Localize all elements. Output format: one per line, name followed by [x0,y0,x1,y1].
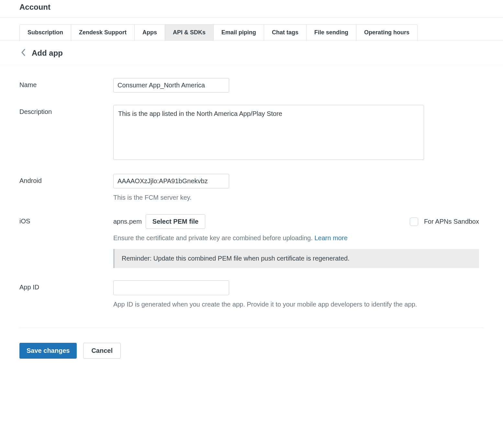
ios-line: apns.pem Select PEM file For APNs Sandbo… [113,214,479,229]
tab-operating-hours[interactable]: Operating hours [356,25,417,40]
label-ios: iOS [19,214,113,225]
back-button[interactable] [19,49,27,57]
tab-apps[interactable]: Apps [135,25,165,40]
add-app-form: Name Description This is the app listed … [0,65,479,328]
row-ios: iOS apns.pem Select PEM file For APNs Sa… [19,214,460,268]
tab-email-piping[interactable]: Email piping [214,25,264,40]
row-app-id: App ID App ID is generated when you crea… [19,280,460,309]
subheader: Add app [0,41,503,65]
description-textarea[interactable]: This is the app listed in the North Amer… [113,105,424,160]
ios-help: Ensure the certificate and private key a… [113,233,476,242]
label-description: Description [19,105,113,116]
app-id-help: App ID is generated when you create the … [113,300,460,309]
apns-sandbox-label: For APNs Sandbox [424,218,479,225]
apns-sandbox-checkbox[interactable] [410,218,418,226]
ios-help-text: Ensure the certificate and private key a… [113,234,314,241]
tabs: Subscription Zendesk Support Apps API & … [19,24,418,40]
tab-subscription[interactable]: Subscription [20,25,71,40]
tab-zendesk-support[interactable]: Zendesk Support [71,25,135,40]
ios-reminder: Reminder: Update this combined PEM file … [113,249,479,268]
cancel-button[interactable]: Cancel [83,343,121,359]
row-name: Name [19,78,460,93]
tab-api-sdks[interactable]: API & SDKs [165,25,214,40]
chevron-left-icon [21,49,26,58]
select-pem-button[interactable]: Select PEM file [146,214,205,229]
label-app-id: App ID [19,280,113,291]
android-help: This is the FCM server key. [113,193,460,202]
name-input[interactable] [113,78,229,93]
label-name: Name [19,78,113,89]
tab-file-sending[interactable]: File sending [307,25,356,40]
page-title: Account [19,3,484,12]
tabs-container: Subscription Zendesk Support Apps API & … [0,18,503,41]
page-header: Account [0,0,503,18]
learn-more-link[interactable]: Learn more [314,234,347,241]
row-android: Android This is the FCM server key. [19,174,460,202]
label-android: Android [19,174,113,185]
row-description: Description This is the app listed in th… [19,105,460,162]
save-button[interactable]: Save changes [19,343,77,359]
app-id-input [113,280,229,295]
pem-filename: apns.pem [113,218,142,225]
subheader-title: Add app [32,49,63,58]
tab-chat-tags[interactable]: Chat tags [264,25,307,40]
android-fcm-input[interactable] [113,174,229,188]
form-footer: Save changes Cancel [19,328,484,368]
